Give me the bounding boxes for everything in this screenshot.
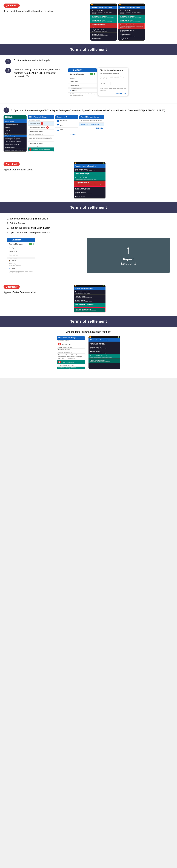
adapter-row-notes: Adapter Notes — [90, 37, 117, 40]
adapter-status-bar2: 📶🔋 — [118, 3, 145, 6]
intro-right: 📶🔋 Adapter Status Information Bluetooth … — [90, 3, 174, 40]
adapter-q2-mfr: Adapter Manufacturer The Manufacturer of… — [74, 187, 105, 191]
adapter-screen-title-row2: Adapter Status Information — [118, 6, 145, 9]
obd2-settings-screen: OBD2 Adapter Settings Connection setting… — [28, 115, 54, 152]
obd2-faster-screen: OBD2 Adapter Settings Connection setting… — [57, 336, 85, 369]
adapter-q3-notes: Adapter Notes Information about the OBD2… — [74, 299, 105, 303]
obd2-faster-row[interactable]: Faster communication — [28, 142, 54, 145]
adapter-row-error-sub: This should stay at 0. It will show erro… — [92, 25, 116, 28]
adapter-q2-bt: Bluetooth Enabled Whether the Bluetooth … — [74, 168, 105, 172]
pairing-ok-button[interactable]: OK — [124, 93, 127, 95]
obd2-note-row: Set ECU adapter preferences — [28, 145, 54, 148]
adapter-row-conn-adapter: Connection to adapter Whether the app ca… — [90, 14, 117, 19]
adapter-row-mfr-sub: The Manufacturer of the adapter — [92, 31, 116, 32]
obd2-note2-label: Found ECU adapter preferences — [32, 149, 50, 150]
obd2-faster-auto-bt[interactable]: Auto Bluetooth On/Off — [57, 349, 85, 351]
bt-unpair-torque[interactable]: 📱 Torque — [7, 259, 35, 262]
conn-cancel-button[interactable]: CANCEL — [55, 132, 78, 136]
intro-description: If you meet the problem like the picture… — [3, 9, 87, 13]
torque-menu-themes[interactable]: Themes — [3, 126, 27, 129]
bt-cant-find: Can't find the target device? Add by ent… — [68, 93, 97, 96]
bt-device-small-car[interactable]: 小-子 手(Auto [34:00:83:04:5E:58] — [79, 119, 104, 123]
torque-speech-item[interactable]: Speech/Alarm Settings — [3, 143, 27, 146]
repeat-solution-box: ↑ RepeatSolution 1 — [87, 238, 170, 273]
bt-unpair-cannot-find: Can't find the target device? Add by ent… — [7, 270, 35, 274]
adapter-row-ecu-sub: Whether the adapter talk to the vehicle … — [92, 21, 116, 22]
spacer2 — [0, 278, 177, 281]
torque-menu-links[interactable]: Links — [3, 132, 27, 134]
bt-unpair-received: Received files — [7, 253, 35, 257]
obd2-hint-row: This turns off Bluetooth if it was off w… — [28, 136, 54, 142]
adapter-row-bt-sub: Whether the Bluetooth of the OBD2 adapte… — [92, 12, 116, 14]
bt-back-icon: ← — [70, 69, 72, 71]
adapter-q3-version: Adapter Version The firmware version of … — [74, 294, 105, 299]
bt-paired-files-label: Received files — [70, 84, 79, 86]
adapter-q3-faster: Faster communication Whether the OBD2 ad… — [74, 307, 105, 312]
pairing-cancel-button[interactable]: CANCEL — [116, 93, 122, 95]
radio-usb[interactable] — [57, 129, 59, 131]
pairing-pin-input[interactable]: 1234 — [100, 82, 110, 85]
conn-type-screen: Connection Type Bluetooth WiFi USB CANCE… — [55, 115, 78, 152]
pairing-body2: You may also need to align this PIN on t… — [98, 75, 128, 81]
torque-pids-item[interactable]: Manage extra PIDs/Sensors — [3, 149, 27, 152]
obd2-faster-conn-type[interactable]: 1 Connection Type — [57, 342, 85, 346]
conn-wifi-label: WiFi — [60, 124, 64, 126]
bt-unpair-obdii2[interactable]: ⚙ OBDII — [7, 267, 35, 270]
obd2-faster-conn-label: Connection settings — [57, 340, 85, 342]
adapter-q2-title: Adapter Status Information — [74, 164, 105, 168]
conn-bt-option[interactable]: Bluetooth — [55, 119, 78, 123]
torque-screenshots: TORQUE Engine Status General Preferences… — [3, 115, 174, 152]
bt-obdii-device[interactable]: ⚙ OBDII — [68, 89, 97, 93]
bt-device-obdii[interactable]: OBDII [AA:BB:CC:11:22:33] — [79, 123, 104, 126]
radio-wifi[interactable] — [57, 124, 59, 126]
settlement2-list: 1. open your bluetooth,unpair the OBDII.… — [7, 216, 170, 235]
question3-description: Appear "Faster Communication" — [3, 291, 70, 293]
torque-adapter-settings-item[interactable]: Adapter Settings — [3, 134, 27, 137]
adapter-row-error: Adapter Error Count This should stay at … — [90, 23, 117, 28]
obd2-faster-hint2: This turns off Bluetooth if it was off w… — [57, 353, 85, 360]
steps-section: 1 Exit the software, and enter it again … — [0, 55, 177, 103]
torque-dash-item[interactable]: Dash Installation settings — [3, 140, 27, 143]
bt-unpair-torque-icon: 📱 — [9, 260, 10, 261]
pairing-actions: CANCEL OK — [98, 92, 128, 96]
bt-toggle[interactable] — [90, 73, 95, 75]
q2-right: 📶🔋 Adapter Status Information Bluetooth … — [74, 162, 174, 198]
adapter-row-ver-sub: The firmware version of the adapter — [92, 35, 116, 36]
adapter-q2-error: Adapter Error Count This should stay at … — [74, 181, 105, 187]
bt-available-label: AVAILABLE DEVICES — [68, 87, 97, 89]
obd2-faster-comm-row[interactable]: 2 Faster communication — [57, 360, 85, 364]
bt-device-name-row: Device name — [68, 80, 97, 84]
settlement2-step3: 3. Plug out the elm327 and plug in it ag… — [7, 226, 170, 230]
conn-wifi-option[interactable]: WiFi — [55, 123, 78, 128]
question2-description: Appear "Adapter Error count" — [3, 168, 70, 171]
bt-device-list-screen: Paired Bluetooth device 小-子 手(Auto [34:0… — [79, 115, 104, 152]
section1-header: Terms of settlement — [0, 44, 177, 55]
torque-manage-item[interactable]: Manage devices — [3, 146, 27, 149]
obd2-faster-bt-device[interactable]: Choose Bluetooth Device — [57, 346, 85, 349]
adapter-q2-status-bar: 📶🔋 — [74, 162, 105, 164]
q3-right: 📶🔋 Adapter Status Information Adapter Ma… — [74, 285, 174, 312]
torque-menu-general[interactable]: General Preferences — [3, 123, 27, 126]
radio-bt[interactable] — [57, 120, 59, 122]
adapter-screen-title: Adapter Status Information — [92, 6, 116, 8]
obd2-conn-type-row[interactable]: Connection Type 4 — [28, 122, 54, 126]
obd2-auto-bt-row[interactable]: Auto Bluetooth On/Off — [28, 130, 54, 133]
adapter-row-mfr-label: Adapter Manufacturer — [92, 29, 116, 31]
torque-data-logging-item[interactable]: Data Logging & Upload — [3, 137, 27, 140]
adapter-row-bt-label: Bluetooth Enabled — [92, 10, 116, 12]
q3-section: Question 3 Appear "Faster Communication"… — [0, 281, 177, 316]
torque-menu-plugins[interactable]: Plugins — [3, 129, 27, 132]
torque-engine-status: Engine Status — [3, 119, 27, 123]
obd2-faster-note3: Found ECU adapter preferences — [57, 367, 85, 369]
section3-header: Terms of settlement — [0, 316, 177, 327]
bt-device-cancel-button[interactable]: CANCEL — [79, 126, 104, 130]
step1-row: 1 Exit the software, and enter it again — [5, 59, 172, 64]
adapter-status-screen-1: 📶🔋 Adapter Status Information Bluetooth … — [90, 3, 117, 40]
obd2-bt-device-row[interactable]: Choose Bluetooth Device 5 — [28, 126, 54, 130]
conn-usb-option[interactable]: USB — [55, 128, 78, 132]
obd2-faster-comm-label: Faster communication — [62, 362, 74, 363]
adapter-screen-title-row: Adapter Status Information — [90, 6, 117, 9]
intro-left: Question 1 If you meet the problem like … — [3, 3, 87, 13]
adapter-row-conn-ecu: Connection to ECU Whether the adapter ta… — [90, 19, 117, 23]
bt-unpair-toggle[interactable] — [29, 243, 34, 245]
